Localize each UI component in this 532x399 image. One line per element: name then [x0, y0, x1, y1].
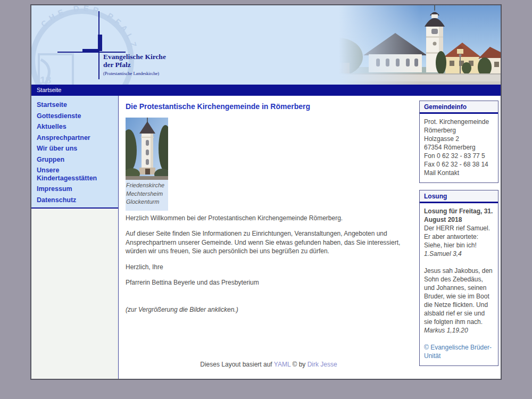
signature-line: Pfarrerin Bettina Beyerle und das Presby… — [126, 278, 412, 287]
gemeindeinfo-line: Fon 0 62 32 - 83 77 5 — [424, 152, 494, 160]
breadcrumb: Startseite — [31, 85, 501, 96]
losung-date-heading: Losung für Freitag, 31. August 2018 — [424, 207, 494, 224]
layout-footer: Dieses Layout basiert auf YAML © by Dirk… — [126, 361, 412, 373]
nav-item[interactable]: Impressum — [31, 184, 118, 195]
friedenskirche-photo[interactable]: Friedenskirche Mechtersheim Glockenturm — [126, 118, 168, 211]
gemeindeinfo-title: Gemeindeinfo — [420, 101, 498, 114]
nav-item[interactable]: Unsere Kindertagesstätten — [31, 165, 118, 184]
yaml-link[interactable]: YAML — [274, 361, 290, 368]
page-title: Die Protestantische Kirchengemeinde in R… — [126, 102, 412, 111]
bruederunitaet-copyright-link[interactable]: © Evangelische Brüder-Unität — [424, 343, 494, 360]
gemeindeinfo-line: Holzgasse 2 — [424, 135, 494, 143]
greeting-line: Herzlich, Ihre — [126, 263, 412, 272]
main-content: Die Protestantische Kirchengemeinde in R… — [119, 96, 419, 379]
main-navigation: Startseite Gottesdienste Aktuelles Anspr… — [31, 96, 118, 209]
right-column: Gemeindeinfo Prot. Kirchengemeinde Römer… — [419, 96, 501, 379]
seal-arc-text: CHE DER PFALZ — [39, 5, 139, 52]
losung-verse2: Jesus sah Jakobus, den Sohn des Zebedäus… — [424, 267, 494, 326]
gemeindeinfo-body: Prot. Kirchengemeinde Römerberg Holzgass… — [420, 114, 498, 182]
nav-item[interactable]: Ansprechpartner — [31, 132, 118, 144]
gemeindeinfo-line: Fax 0 62 32 - 68 38 14 — [424, 160, 494, 169]
seal-number: 18 — [40, 74, 51, 85]
nav-item[interactable]: Aktuelles — [31, 121, 118, 132]
page-container: CHE DER PFALZ 18 — [30, 4, 502, 380]
gemeindeinfo-box: Gemeindeinfo Prot. Kirchengemeinde Römer… — [419, 101, 498, 183]
nav-item[interactable]: Startseite — [31, 99, 118, 111]
gemeindeinfo-line: Prot. Kirchengemeinde Römerberg — [424, 118, 494, 135]
losung-ref2: Markus 1,19.20 — [424, 326, 494, 335]
header-church-photo — [272, 5, 501, 85]
nav-item[interactable]: Gruppen — [31, 154, 118, 165]
footer-text-before: Dieses Layout basiert auf — [200, 361, 274, 368]
gemeindeinfo-line: 67354 Römerberg — [424, 143, 494, 152]
breadcrumb-current[interactable]: Startseite — [37, 87, 61, 93]
dirk-jesse-link[interactable]: Dirk Jesse — [307, 361, 337, 368]
losung-ref1: 1.Samuel 3,4 — [424, 250, 494, 258]
image-caption: Friedenskirche Mechtersheim Glockenturm — [126, 180, 168, 211]
losung-box: Losung Losung für Freitag, 31. August 20… — [419, 190, 498, 366]
enlarge-note: (zur Vergrößerung die Bilder anklicken.) — [126, 306, 412, 313]
gemeindeinfo-line: Mail Kontakt — [424, 169, 494, 177]
intro-paragraph: Auf dieser Seite finden Sie Informatione… — [126, 229, 412, 256]
org-name-line1: Evangelische Kirche — [103, 53, 166, 61]
nav-item[interactable]: Wir über uns — [31, 143, 118, 154]
nav-item[interactable]: Datenschutz — [31, 195, 118, 206]
svg-text:CHE DER PFALZ: CHE DER PFALZ — [39, 5, 139, 52]
left-column: Startseite Gottesdienste Aktuelles Anspr… — [31, 96, 119, 379]
org-logo-text: Evangelische Kirche der Pfalz (Protestan… — [103, 53, 166, 76]
ekp-cross-logo-bar-horizontal — [82, 49, 99, 52]
losung-verse1: Der HERR rief Samuel. Er aber antwortete… — [424, 224, 494, 250]
content-area: Startseite Gottesdienste Aktuelles Anspr… — [31, 96, 501, 379]
org-subtitle: (Protestantische Landeskirche) — [103, 71, 166, 76]
org-name-line2: der Pfalz — [103, 61, 166, 69]
welcome-paragraph: Herzlich Willkommen bei der Protestantis… — [126, 214, 412, 223]
losung-body: Losung für Freitag, 31. August 2018 Der … — [420, 203, 498, 365]
footer-text-mid: © by — [290, 361, 307, 368]
losung-title: Losung — [420, 190, 498, 203]
nav-item[interactable]: Gottesdienste — [31, 111, 118, 122]
church-tower-image — [126, 118, 168, 180]
site-header: CHE DER PFALZ 18 — [31, 5, 501, 85]
